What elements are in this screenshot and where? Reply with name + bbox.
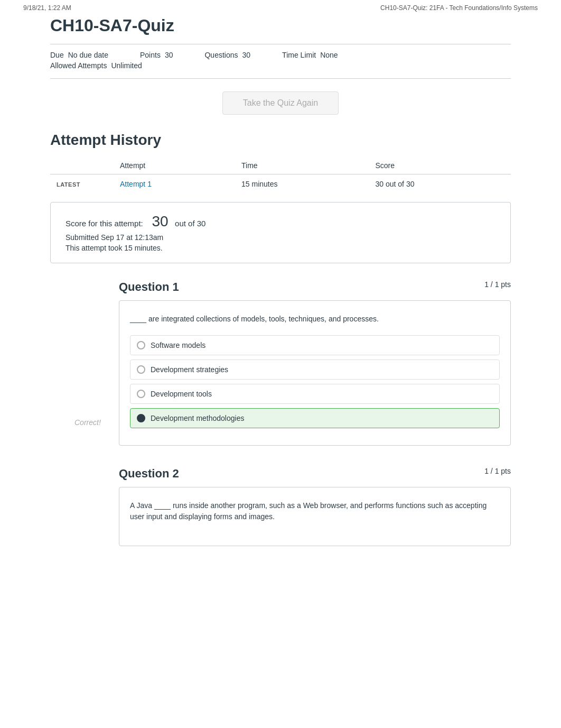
answer-option-1: Development strategies bbox=[130, 360, 500, 380]
allowed-attempts-label: Allowed Attempts bbox=[50, 61, 107, 70]
question-2-block: Question 2 1 / 1 pts A Java ____ runs in… bbox=[119, 467, 511, 546]
question-1-pts: 1 / 1 pts bbox=[484, 280, 511, 289]
attempt-1-score: 30 out of 30 bbox=[376, 180, 415, 188]
questions-section: Question 1 1 / 1 pts ____ are integrated… bbox=[119, 280, 511, 546]
question-2-content: A Java ____ runs inside another program,… bbox=[119, 487, 511, 546]
score-number: 30 bbox=[152, 213, 168, 229]
score-label: Score for this attempt: bbox=[66, 219, 143, 228]
correct-badge: Correct! bbox=[74, 418, 101, 427]
latest-badge: LATEST bbox=[57, 181, 80, 188]
answer-label-0: Software models bbox=[151, 341, 205, 349]
datetime: 9/18/21, 1:22 AM bbox=[23, 4, 71, 12]
quiz-meta-bar: Due No due date Points 30 Questions 30 T… bbox=[50, 44, 511, 79]
radio-1 bbox=[137, 365, 145, 374]
radio-2 bbox=[137, 390, 145, 398]
breadcrumb: CH10-SA7-Quiz: 21FA - Tech Foundations/I… bbox=[380, 4, 538, 12]
answer-option-2: Development tools bbox=[130, 384, 500, 404]
due-value: No due date bbox=[68, 51, 108, 59]
question-2-title: Question 2 bbox=[119, 467, 179, 481]
col-attempt-header: Attempt bbox=[114, 157, 235, 174]
answer-label-1: Development strategies bbox=[151, 365, 228, 374]
attempt-submitted: Submitted Sep 17 at 12:13am bbox=[66, 233, 495, 242]
attempt-1-link[interactable]: Attempt 1 bbox=[120, 180, 152, 188]
col-score-header: Score bbox=[369, 157, 511, 174]
attempt-details-box: Score for this attempt: 30 out of 30 Sub… bbox=[50, 202, 511, 263]
questions-label: Questions bbox=[204, 51, 238, 59]
points-label: Points bbox=[140, 51, 161, 59]
col-latest-header bbox=[50, 157, 114, 174]
table-row: LATEST Attempt 1 15 minutes 30 out of 30 bbox=[50, 174, 511, 194]
time-limit-value: None bbox=[320, 51, 338, 59]
quiz-title: CH10-SA7-Quiz bbox=[50, 16, 511, 35]
question-1-text: ____ are integrated collections of model… bbox=[130, 314, 500, 325]
due-label: Due bbox=[50, 51, 64, 59]
score-out-of: out of 30 bbox=[175, 219, 205, 228]
answer-option-3: Development methodologies bbox=[130, 408, 500, 428]
attempt-history-title: Attempt History bbox=[50, 132, 511, 149]
attempt-1-time: 15 minutes bbox=[241, 180, 277, 188]
points-value: 30 bbox=[165, 51, 173, 59]
time-limit-label: Time Limit bbox=[282, 51, 316, 59]
answer-label-3: Development methodologies bbox=[151, 414, 244, 422]
take-quiz-button[interactable]: Take the Quiz Again bbox=[222, 91, 339, 115]
question-1-content: ____ are integrated collections of model… bbox=[119, 300, 511, 446]
attempt-history-table: Attempt Time Score LATEST Attempt 1 15 m… bbox=[50, 157, 511, 193]
allowed-attempts-value: Unlimited bbox=[111, 61, 142, 70]
attempt-time-taken: This attempt took 15 minutes. bbox=[66, 244, 495, 252]
question-1-title: Question 1 bbox=[119, 280, 179, 294]
radio-3 bbox=[137, 414, 145, 422]
col-time-header: Time bbox=[235, 157, 369, 174]
answer-option-0: Software models bbox=[130, 335, 500, 355]
answer-label-2: Development tools bbox=[151, 390, 212, 398]
question-2-text: A Java ____ runs inside another program,… bbox=[130, 500, 500, 522]
radio-0 bbox=[137, 341, 145, 349]
question-2-pts: 1 / 1 pts bbox=[484, 467, 511, 475]
questions-value: 30 bbox=[242, 51, 251, 59]
question-1-block: Question 1 1 / 1 pts ____ are integrated… bbox=[119, 280, 511, 446]
